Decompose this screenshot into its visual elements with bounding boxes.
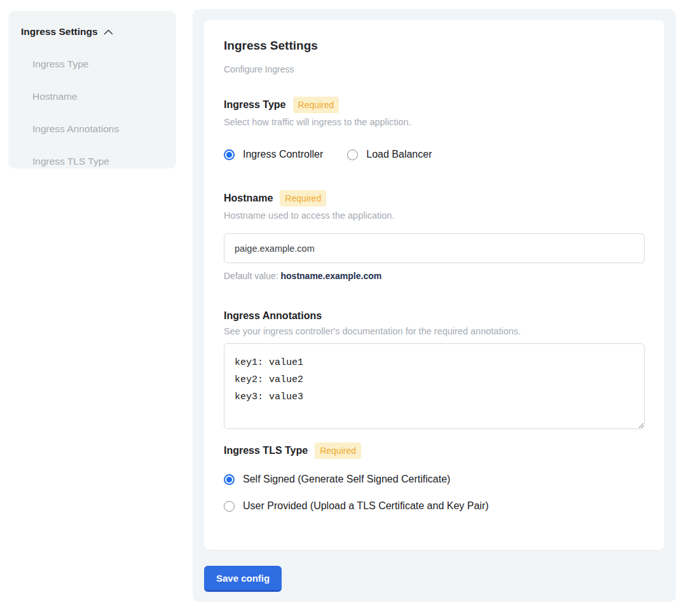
field-label-hostname: Hostname [224, 192, 273, 205]
page-title: Ingress Settings [224, 38, 645, 53]
settings-nav-sidebar: Ingress Settings Ingress Type Hostname I… [8, 11, 176, 168]
field-group-ingress-tls-type: Ingress TLS Type Required Self Signed (G… [224, 442, 645, 512]
chevron-up-icon [104, 29, 113, 35]
radio-icon [347, 149, 358, 160]
radio-label: Ingress Controller [243, 148, 323, 161]
sidebar-item-hostname[interactable]: Hostname [21, 90, 163, 102]
radio-label: Load Balancer [366, 148, 432, 161]
ingress-settings-card: Ingress Settings Configure Ingress Ingre… [204, 20, 664, 550]
sidebar-item-list: Ingress Type Hostname Ingress Annotation… [21, 58, 163, 167]
ingress-tls-radio-group: Self Signed (Generate Self Signed Certif… [224, 473, 645, 512]
default-value-label: Default value: [224, 271, 281, 281]
radio-icon [224, 474, 235, 485]
sidebar-item-ingress-annotations[interactable]: Ingress Annotations [21, 123, 163, 135]
radio-label: Self Signed (Generate Self Signed Certif… [243, 473, 450, 486]
radio-option-user-provided[interactable]: User Provided (Upload a TLS Certificate … [224, 500, 645, 512]
field-group-hostname: Hostname Required Hostname used to acces… [224, 190, 645, 282]
default-value-text: hostname.example.com [281, 271, 382, 281]
field-group-ingress-annotations: Ingress Annotations See your ingress con… [224, 310, 645, 429]
sidebar-section-toggle[interactable]: Ingress Settings [21, 26, 163, 38]
field-group-ingress-type: Ingress Type Required Select how traffic… [224, 97, 645, 161]
save-config-button[interactable]: Save config [204, 566, 282, 592]
field-label-ingress-type: Ingress Type [224, 99, 286, 111]
radio-label: User Provided (Upload a TLS Certificate … [243, 500, 489, 512]
sidebar-section-label: Ingress Settings [21, 26, 98, 38]
ingress-settings-panel: Ingress Settings Configure Ingress Ingre… [193, 9, 676, 602]
required-badge: Required [315, 442, 361, 459]
hostname-default-line: Default value: hostname.example.com [224, 271, 645, 282]
ingress-type-radio-group: Ingress Controller Load Balancer [224, 148, 645, 161]
radio-icon [224, 149, 235, 160]
required-badge: Required [280, 190, 326, 207]
field-help-ingress-annotations: See your ingress controller's documentat… [224, 326, 645, 337]
radio-option-ingress-controller[interactable]: Ingress Controller [224, 148, 323, 161]
radio-option-self-signed[interactable]: Self Signed (Generate Self Signed Certif… [224, 473, 645, 486]
ingress-annotations-textarea[interactable]: key1: value1 key2: value2 key3: value3 [224, 343, 645, 429]
field-help-ingress-type: Select how traffic will ingress to the a… [224, 117, 645, 128]
field-label-ingress-tls-type: Ingress TLS Type [224, 444, 308, 457]
radio-icon [224, 501, 235, 512]
page-subtitle: Configure Ingress [224, 64, 645, 75]
sidebar-item-ingress-type[interactable]: Ingress Type [21, 58, 163, 70]
sidebar-item-ingress-tls-type[interactable]: Ingress TLS Type [21, 155, 163, 167]
field-label-ingress-annotations: Ingress Annotations [224, 310, 322, 322]
field-help-hostname: Hostname used to access the application. [224, 210, 645, 221]
radio-option-load-balancer[interactable]: Load Balancer [347, 148, 432, 161]
required-badge: Required [293, 97, 340, 113]
hostname-input[interactable] [224, 233, 645, 263]
